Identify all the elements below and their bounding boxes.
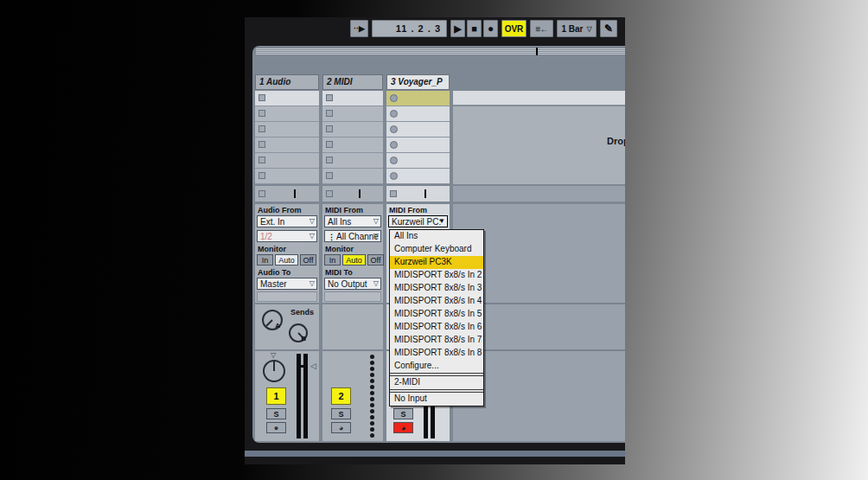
ruler-line [256,52,625,53]
clip-slot[interactable] [255,122,319,138]
input-type-chooser-track3[interactable]: Kurzweil PC:▼ [388,215,448,227]
clip-slot[interactable] [255,91,319,106]
monitor-label: Monitor [258,245,286,253]
input-channel-chooser-track1[interactable]: 1/2▽ [257,230,317,242]
monitor-auto-button[interactable]: Auto [275,254,298,266]
clip-slot[interactable] [255,138,319,153]
io-section-track2: MIDI From All Ins▽ ⋮All Channe▽ Monitor … [322,204,383,303]
clip-record-icon [390,141,398,149]
follow-button[interactable]: ··▶ [350,20,368,37]
chevron-down-icon: ▽ [373,279,379,287]
record-button[interactable]: ● [483,20,498,37]
output-channel-chooser-track1[interactable] [257,291,317,302]
ruler-line [256,54,625,54]
track-header-voyager[interactable]: 3 Voyager_P [386,74,450,90]
input-channel-chooser-track2[interactable]: ⋮All Channe▽ [324,230,381,242]
menu-item[interactable]: MIDISPORT 8x8/s In 5 [390,308,483,321]
play-icon: ▶ [454,23,461,35]
clip-slot[interactable] [386,122,450,138]
clip-slot[interactable] [322,122,383,138]
stop-clips-cell-track2[interactable] [322,186,383,202]
arm-button-track2[interactable]: ◕ [331,422,351,433]
send-b-knob[interactable]: B [289,323,308,342]
menu-item[interactable]: All Ins [390,230,483,243]
monitor-in-button[interactable]: In [324,254,341,266]
arrangement-position-display[interactable]: 11 . 2 . 3 [372,20,447,37]
menu-item[interactable]: MIDISPORT 8x8/s In 8 [390,347,483,360]
clip-slot[interactable] [322,138,383,153]
monitor-in-button[interactable]: In [257,254,273,266]
input-type-chooser-track2[interactable]: All Ins▽ [324,215,381,227]
menu-item[interactable]: No Input [390,393,483,406]
scene-row-highlight[interactable] [453,91,625,106]
midi-to-label: MIDI To [325,268,353,277]
playhead-marker[interactable] [536,48,538,55]
clip-column-track3 [386,91,450,184]
back-to-arrangement-button[interactable]: ≡← [530,20,553,37]
clip-slot[interactable] [386,153,450,169]
clip-slot[interactable] [322,169,383,184]
stop-clips-cell-track3[interactable] [386,186,450,202]
output-type-chooser-track1[interactable]: Master▽ [257,278,317,290]
monitor-auto-button[interactable]: Auto [342,254,366,266]
clip-slot[interactable] [386,106,450,122]
menu-item[interactable]: MIDISPORT 8x8/s In 7 [390,334,483,347]
clip-slot[interactable] [322,153,383,169]
chevron-down-solid-icon: ▼ [438,217,445,225]
stop-row-marker [294,189,296,198]
stop-button[interactable]: ■ [467,20,482,37]
midi-meter-track2 [370,355,374,438]
menu-item[interactable]: Configure... [390,360,483,373]
menu-item[interactable]: MIDISPORT 8x8/s In 6 [390,321,483,334]
clip-stop-icon [258,125,265,132]
solo-button-track3[interactable]: S [393,408,413,419]
clip-stop-icon [326,190,333,197]
monitor-off-button[interactable]: Off [367,254,384,266]
menu-item[interactable]: MIDISPORT 8x8/s In 4 [390,295,483,308]
stop-clips-cell-track1[interactable] [255,186,319,202]
arm-button-track1[interactable]: ● [266,422,286,433]
back-to-arrangement-icon: ≡← [536,24,548,34]
clip-slot[interactable] [386,138,450,153]
menu-item[interactable]: 2-MIDI [390,376,483,389]
chevron-down-icon: ▽ [310,232,315,240]
track-header-audio[interactable]: 1 Audio [255,74,319,90]
clip-slot[interactable] [255,169,319,184]
volume-fader-track1[interactable] [297,354,309,438]
chooser-value: Master [260,279,287,289]
input-type-chooser-track1[interactable]: Ext. In▽ [257,215,317,227]
clip-slot[interactable] [386,169,450,184]
pan-knob-track1[interactable] [263,360,285,382]
chevron-down-icon: ▽ [310,279,315,287]
solo-button-track2[interactable]: S [331,408,351,419]
clip-record-icon [390,125,398,133]
menu-item[interactable]: MIDISPORT 8x8/s In 2 [390,269,483,282]
knob-pointer [265,319,272,326]
monitor-off-button[interactable]: Off [300,254,316,266]
clip-slot[interactable] [255,106,319,122]
send-a-knob[interactable]: A [262,310,283,330]
clip-slot[interactable] [322,91,383,106]
track-activator-track1[interactable]: 1 [266,387,286,405]
stop-row-marker [424,189,426,198]
play-button[interactable]: ▶ [450,20,465,37]
fader-handle[interactable] [297,365,308,368]
overdub-button[interactable]: OVR [501,20,527,37]
arm-button-track3[interactable]: ◕ [393,422,413,433]
output-channel-chooser-track2[interactable] [324,291,381,302]
quantization-menu[interactable]: 1 Bar▽ [557,20,597,37]
menu-item-selected[interactable]: Kurzweil PC3K [390,256,483,269]
clip-slot[interactable] [322,106,383,122]
monitor-buttons-track1: In Auto Off [257,254,316,266]
ruler-line [256,50,625,51]
track-activator-track2[interactable]: 2 [331,387,351,405]
solo-button-track1[interactable]: S [266,408,286,419]
menu-item[interactable]: Computer Keyboard [390,243,483,256]
selected-clip-slot[interactable] [386,91,450,106]
clip-slot[interactable] [255,153,319,169]
send-b-letter: B [301,335,306,342]
menu-item[interactable]: MIDISPORT 8x8/s In 3 [390,282,483,295]
track-header-midi[interactable]: 2 MIDI [322,74,383,90]
draw-mode-button[interactable]: ✎ [600,20,617,37]
output-type-chooser-track2[interactable]: No Output▽ [324,278,381,290]
